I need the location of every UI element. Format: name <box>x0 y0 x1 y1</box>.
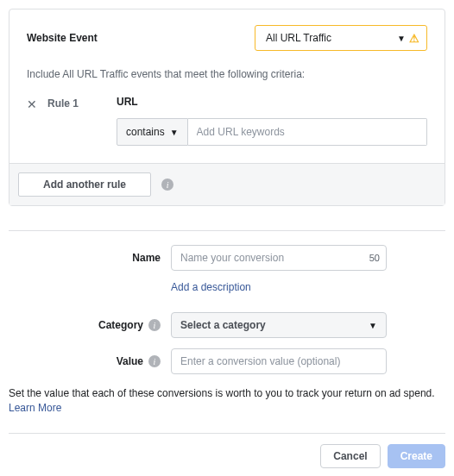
url-operator-select[interactable]: contains ▼ <box>117 118 188 146</box>
name-char-count: 50 <box>369 253 380 263</box>
url-operator-value: contains <box>126 126 165 138</box>
caret-down-icon: ▼ <box>397 34 406 43</box>
category-select[interactable]: Select a category ▼ <box>171 312 387 338</box>
name-label: Name <box>132 252 161 264</box>
rule-row: ✕ Rule 1 URL contains ▼ <box>27 96 427 146</box>
remove-rule-icon[interactable]: ✕ <box>27 97 37 111</box>
rule-label: Rule 1 <box>47 97 91 110</box>
info-icon[interactable]: i <box>161 178 173 191</box>
rules-footer: Add another rule i <box>9 163 445 205</box>
rules-card: Website Event All URL Traffic ▼ ⚠ Includ… <box>9 9 445 206</box>
section-divider <box>9 230 445 231</box>
url-keywords-input[interactable] <box>188 118 427 146</box>
warning-icon: ⚠ <box>409 32 419 45</box>
info-icon[interactable]: i <box>148 355 161 367</box>
category-label: Category <box>98 319 143 331</box>
value-help-text: Set the value that each of these convers… <box>9 387 435 399</box>
website-event-label: Website Event <box>27 32 98 44</box>
create-button[interactable]: Create <box>388 444 445 468</box>
url-label: URL <box>117 96 427 108</box>
conversion-name-input[interactable] <box>171 245 387 271</box>
caret-down-icon: ▼ <box>369 321 377 330</box>
add-another-rule-button[interactable]: Add another rule <box>18 172 151 197</box>
footer-actions: Cancel Create <box>9 433 445 468</box>
criteria-description: Include All URL Traffic events that meet… <box>27 68 427 80</box>
info-icon[interactable]: i <box>148 319 161 331</box>
website-event-select[interactable]: All URL Traffic ▼ ⚠ <box>255 25 427 51</box>
add-description-link[interactable]: Add a description <box>171 281 251 293</box>
cancel-button[interactable]: Cancel <box>320 444 380 468</box>
caret-down-icon: ▼ <box>170 128 179 137</box>
category-placeholder: Select a category <box>180 319 266 331</box>
value-label: Value <box>117 355 143 367</box>
learn-more-link[interactable]: Learn More <box>9 402 61 414</box>
website-event-value: All URL Traffic <box>266 32 331 44</box>
conversion-value-input[interactable] <box>171 348 387 374</box>
